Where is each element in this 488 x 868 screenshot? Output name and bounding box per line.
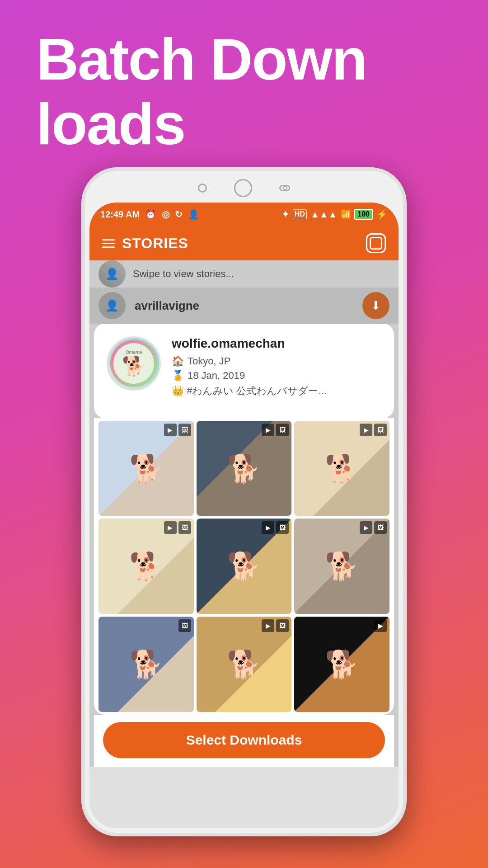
current-user-name: avrillavigne (135, 299, 199, 313)
grid-item[interactable]: 🐕 ▶ 🖼 (99, 421, 194, 516)
video-badge: ▶ (262, 424, 274, 436)
phone-frame: 12:49 AM ⏰ ◎ ↻ 👤 ✦ HD ▲▲▲ 📶 100 ⚡ (81, 167, 407, 836)
app-title: STORIES (122, 235, 188, 252)
sync-icon: ↻ (175, 209, 183, 220)
grid-item[interactable]: 🐕 ▶ 🖼 (294, 421, 389, 516)
avatar-logo-text: Omame (126, 350, 142, 355)
status-time: 12:49 AM (100, 209, 140, 220)
grid-item[interactable]: 🐕 ▶ 🖼 (197, 617, 292, 712)
profile-card: Omame 🐕 wolfie.omamechan 🏠 Tokyo, JP (94, 324, 394, 418)
download-button[interactable]: ⬇ (362, 292, 389, 319)
instagram-icon[interactable] (366, 233, 386, 253)
dog-photo-3: 🐕 (325, 453, 359, 485)
location-icon: ◎ (162, 209, 169, 220)
grid-overlay-8: ▶ 🖼 (262, 619, 289, 632)
current-user-row[interactable]: 👤 avrillavigne ⬇ (89, 288, 399, 324)
grid-overlay-4: ▶ 🖼 (164, 521, 191, 534)
hero-title: Batch Down loads (36, 27, 452, 156)
alarm-icon: ⏰ (145, 209, 156, 220)
avatar-dog-emoji: 🐕 (122, 355, 145, 377)
video-badge: ▶ (360, 424, 372, 436)
charging-icon: ⚡ (376, 209, 388, 220)
profile-username: wolfie.omamechan (172, 336, 381, 351)
status-bar-right: ✦ HD ▲▲▲ 📶 100 ⚡ (282, 209, 388, 220)
grid-overlay-2: ▶ 🖼 (262, 424, 289, 436)
bluetooth-icon: ✦ (282, 209, 289, 220)
select-downloads-button[interactable]: Select Downloads (103, 722, 385, 758)
bio-emoji: 👑 (172, 385, 184, 396)
header-left: STORIES (102, 235, 188, 252)
photo-badge: 🖼 (276, 521, 289, 534)
hero-title-line2: loads (36, 92, 452, 156)
contacts-icon: 👤 (188, 209, 199, 220)
grid-item[interactable]: 🐕 ▶ (294, 617, 389, 712)
wifi-icon: 📶 (341, 209, 351, 219)
profile-info: wolfie.omamechan 🏠 Tokyo, JP 🏅 18 Jan, 2… (172, 336, 381, 398)
grid-item[interactable]: 🐕 ▶ 🖼 (294, 519, 389, 614)
photo-badge: 🖼 (276, 619, 289, 632)
content-area: 👤 Swipe to view stories... 👤 avrillavign… (89, 260, 399, 767)
video-badge: ▶ (164, 521, 177, 534)
dog-photo-9: 🐕 (325, 648, 359, 680)
hd-badge: HD (293, 209, 307, 219)
date-emoji: 🏅 (172, 370, 184, 382)
hero-section: Batch Down loads 12:49 AM ⏰ ◎ ↻ 👤 ✦ (0, 0, 488, 868)
prev-user-avatar: 👤 (99, 260, 126, 288)
dog-photo-7: 🐕 (129, 648, 163, 680)
video-badge: ▶ (360, 521, 372, 534)
grid-item[interactable]: 🐕 ▶ 🖼 (99, 519, 194, 614)
profile-avatar: Omame 🐕 (107, 336, 161, 391)
phone-screen: 12:49 AM ⏰ ◎ ↻ 👤 ✦ HD ▲▲▲ 📶 100 ⚡ (89, 203, 399, 828)
profile-location: 🏠 Tokyo, JP (172, 355, 381, 367)
photo-badge: 🖼 (178, 521, 191, 534)
profile-bio: 👑 #わんみい 公式わんバサダー... (172, 384, 381, 398)
photo-badge: 🖼 (374, 521, 387, 534)
grid-overlay-7: 🖼 (178, 619, 191, 632)
phone-top-bar (85, 179, 403, 197)
profile-card-header: Omame 🐕 wolfie.omamechan 🏠 Tokyo, JP (107, 336, 381, 398)
grid-overlay-6: ▶ 🖼 (360, 521, 387, 534)
dog-photo-5: 🐕 (227, 550, 261, 582)
current-user-avatar: 👤 (99, 292, 126, 319)
phone-camera-right (279, 185, 290, 191)
dog-photo-6: 🐕 (325, 550, 359, 582)
grid-item[interactable]: 🐕 🖼 (99, 617, 194, 712)
video-badge: ▶ (262, 521, 274, 534)
video-badge: ▶ (164, 424, 177, 436)
grid-overlay-3: ▶ 🖼 (360, 424, 387, 436)
grid-item[interactable]: 🐕 ▶ 🖼 (197, 421, 292, 516)
hamburger-menu-icon[interactable] (102, 239, 115, 248)
grid-overlay-1: ▶ 🖼 (164, 424, 191, 436)
location-emoji: 🏠 (172, 355, 184, 367)
status-bar-left: 12:49 AM ⏰ ◎ ↻ 👤 (100, 209, 199, 220)
video-badge: ▶ (262, 619, 274, 632)
dog-photo-8: 🐕 (227, 648, 261, 680)
dog-photo-4: 🐕 (129, 550, 163, 582)
phone-home-button (234, 179, 252, 197)
bottom-button-area: Select Downloads (94, 715, 394, 767)
video-badge: ▶ (374, 619, 387, 632)
prev-user-text: Swipe to view stories... (133, 268, 234, 280)
profile-join-date: 🏅 18 Jan, 2019 (172, 370, 381, 382)
signal-icon: ▲▲▲ (310, 209, 337, 220)
dog-photo-2: 🐕 (227, 453, 261, 485)
prev-user-row[interactable]: 👤 Swipe to view stories... (89, 260, 399, 288)
grid-overlay-9: ▶ (374, 619, 387, 632)
photo-badge: 🖼 (178, 424, 191, 436)
grid-item[interactable]: 🐕 ▶ 🖼 (197, 519, 292, 614)
image-grid: 🐕 ▶ 🖼 🐕 ▶ 🖼 (94, 418, 394, 715)
download-arrow-icon: ⬇ (371, 299, 381, 313)
dog-photo-1: 🐕 (129, 453, 163, 485)
photo-badge: 🖼 (276, 424, 289, 436)
app-header: STORIES (89, 226, 399, 260)
photo-badge: 🖼 (374, 424, 387, 436)
phone-camera-left (198, 184, 207, 193)
status-bar: 12:49 AM ⏰ ◎ ↻ 👤 ✦ HD ▲▲▲ 📶 100 ⚡ (89, 203, 399, 226)
photo-badge: 🖼 (178, 619, 191, 632)
grid-overlay-5: ▶ 🖼 (262, 521, 289, 534)
battery-level: 100 (354, 209, 373, 220)
hero-title-line1: Batch Down (36, 27, 452, 92)
